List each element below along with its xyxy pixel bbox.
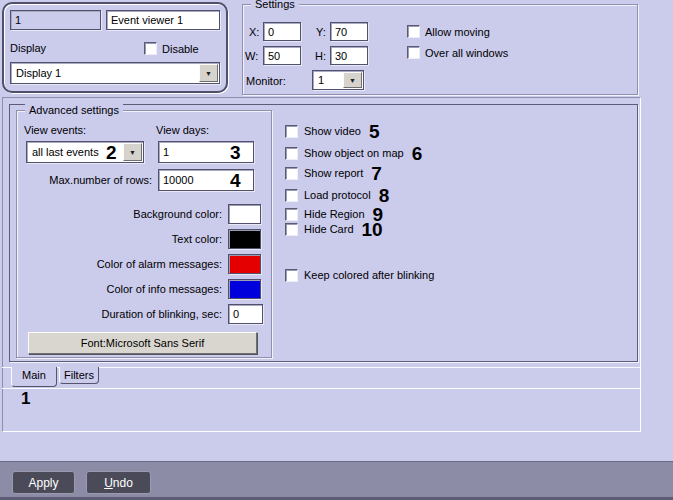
display-label: Display	[10, 42, 46, 55]
load-protocol-checkbox[interactable]	[285, 189, 298, 202]
tab-main[interactable]: Main	[11, 367, 57, 387]
undo-button[interactable]: Undo	[86, 471, 151, 494]
tab-main-label: Main	[22, 369, 46, 381]
show-report-row: Show report 7	[285, 165, 382, 181]
show-report-checkbox[interactable]	[285, 167, 298, 180]
load-protocol-label: Load protocol	[304, 189, 371, 201]
display-combobox[interactable]: Display 1 ▼	[10, 62, 220, 84]
view-events-combobox-value: all last events	[32, 146, 99, 158]
chevron-down-icon: ▼	[129, 149, 136, 156]
keep-colored-label: Keep colored after blinking	[304, 269, 434, 281]
display-combobox-value: Display 1	[16, 67, 61, 79]
text-color-label: Text color:	[16, 233, 222, 246]
display-combobox-dropdown-button[interactable]: ▼	[199, 64, 218, 82]
w-label: W:	[245, 50, 258, 63]
x-field[interactable]	[263, 22, 301, 41]
annotation-5: 5	[369, 122, 380, 141]
monitor-combobox-dropdown-button[interactable]: ▼	[343, 72, 362, 88]
annotation-6: 6	[412, 144, 423, 163]
disable-label: Disable	[162, 43, 199, 56]
view-days-label: View days:	[156, 124, 209, 137]
allow-moving-checkbox[interactable]	[407, 25, 420, 38]
alarm-color-swatch[interactable]	[228, 254, 261, 274]
undo-button-label: Undo	[104, 476, 133, 490]
id-field[interactable]	[10, 10, 101, 30]
chevron-down-icon: ▼	[205, 70, 212, 77]
hide-card-row: Hide Card 10	[285, 221, 383, 237]
monitor-combobox[interactable]: 1 ▼	[312, 70, 364, 90]
show-video-row: Show video 5	[285, 123, 379, 139]
name-field[interactable]	[106, 10, 220, 30]
background-color-swatch[interactable]	[228, 204, 261, 224]
text-color-swatch[interactable]	[228, 229, 261, 249]
event-viewer-settings-window: Display Disable Display 1 ▼ Settings X: …	[0, 0, 673, 500]
x-label: X:	[249, 26, 259, 39]
info-color-label: Color of info messages:	[16, 283, 222, 296]
max-rows-label: Max.number of rows:	[16, 174, 152, 187]
tab-filters-label: Filters	[64, 369, 94, 381]
over-all-windows-checkbox[interactable]	[407, 46, 420, 59]
annotation-4: 4	[230, 171, 241, 190]
annotation-7: 7	[371, 164, 382, 183]
hide-card-checkbox[interactable]	[285, 223, 298, 236]
allow-moving-label: Allow moving	[425, 26, 490, 39]
chevron-down-icon: ▼	[349, 77, 356, 84]
tab-strip-bottom-line	[2, 388, 641, 389]
h-field[interactable]	[330, 46, 368, 65]
load-protocol-row: Load protocol 8	[285, 187, 389, 203]
font-button[interactable]: Font:Microsoft Sans Serif	[28, 332, 257, 354]
view-events-label: View events:	[24, 124, 86, 137]
disable-checkbox[interactable]	[144, 42, 157, 55]
hide-region-checkbox[interactable]	[285, 208, 298, 221]
blink-duration-field[interactable]	[228, 304, 263, 324]
annotation-8: 8	[379, 186, 390, 205]
view-events-combobox-dropdown-button[interactable]: ▼	[123, 143, 142, 161]
tab-filters[interactable]: Filters	[59, 367, 99, 384]
blink-duration-label: Duration of blinking, sec:	[16, 308, 222, 321]
h-label: H:	[315, 50, 326, 63]
annotation-3: 3	[230, 143, 241, 162]
show-object-on-map-label: Show object on map	[304, 147, 404, 159]
annotation-10: 10	[362, 220, 383, 239]
footer-bar: Apply Undo	[0, 461, 673, 500]
hide-card-label: Hide Card	[304, 223, 354, 235]
show-object-on-map-checkbox[interactable]	[285, 147, 298, 160]
show-report-label: Show report	[304, 167, 363, 179]
apply-button[interactable]: Apply	[12, 471, 75, 494]
info-color-swatch[interactable]	[228, 279, 261, 299]
annotation-1: 1	[21, 390, 30, 407]
keep-colored-row: Keep colored after blinking	[285, 267, 434, 283]
monitor-label: Monitor:	[246, 75, 286, 88]
over-all-windows-label: Over all windows	[425, 47, 508, 60]
view-events-combobox[interactable]: all last events ▼	[26, 141, 144, 163]
w-field[interactable]	[263, 46, 301, 65]
y-label: Y:	[316, 26, 326, 39]
annotation-2: 2	[106, 143, 117, 162]
background-color-label: Background color:	[16, 208, 222, 221]
alarm-color-label: Color of alarm messages:	[16, 258, 222, 271]
apply-button-label: Apply	[28, 476, 58, 490]
monitor-combobox-value: 1	[318, 74, 324, 86]
keep-colored-checkbox[interactable]	[285, 269, 298, 282]
hide-region-label: Hide Region	[304, 208, 365, 220]
show-object-on-map-row: Show object on map 6	[285, 145, 422, 161]
show-video-label: Show video	[304, 125, 361, 137]
advanced-settings-group-title: Advanced settings	[25, 104, 123, 117]
show-video-checkbox[interactable]	[285, 125, 298, 138]
y-field[interactable]	[330, 22, 368, 41]
settings-group-title: Settings	[251, 0, 299, 11]
font-button-label: Font:Microsoft Sans Serif	[81, 337, 205, 349]
